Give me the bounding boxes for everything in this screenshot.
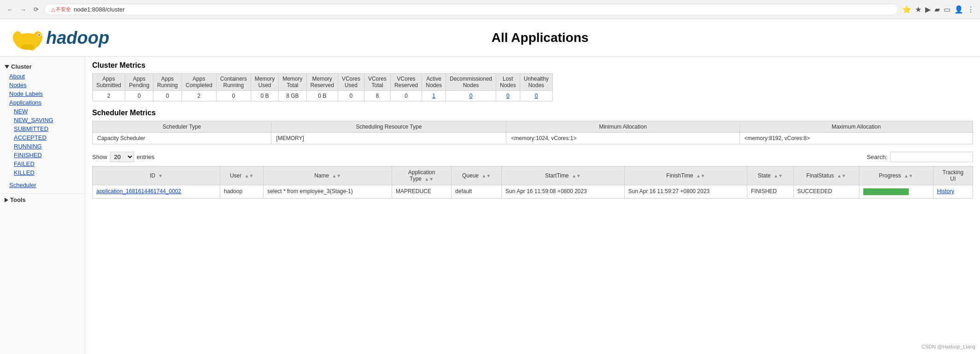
cell-progress (859, 185, 933, 199)
col-tracking-ui: TrackingUI (933, 166, 973, 185)
sort-name-icon: ▲▼ (332, 173, 341, 178)
cell-tracking-ui[interactable]: History (933, 185, 973, 199)
sidebar-sub-running[interactable]: RUNNING (0, 142, 85, 151)
reload-button[interactable]: ⟳ (31, 5, 41, 14)
bookmark-icon[interactable]: ★ (915, 5, 921, 14)
window-icon[interactable]: ▭ (944, 5, 951, 14)
active-nodes-link[interactable]: 1 (432, 93, 435, 99)
val-vcores-used: 0 (338, 91, 364, 101)
sort-user-icon: ▲▼ (245, 173, 254, 178)
forward-button[interactable]: → (18, 5, 28, 14)
col-vcores-total: VCoresTotal (364, 74, 390, 91)
col-state[interactable]: State ▲▼ (747, 166, 794, 185)
watermark: CSDN @Hadoop_Liang (921, 344, 975, 349)
profile-icon[interactable]: 👤 (954, 5, 963, 14)
sidebar-sub-submitted[interactable]: SUBMITTED (0, 124, 85, 133)
url-bar[interactable]: △ 不安全 node1:8088/cluster (44, 4, 898, 15)
app-id-link[interactable]: application_1681614461744_0002 (96, 188, 181, 195)
col-user[interactable]: User ▲▼ (220, 166, 264, 185)
val-unhealthy-nodes[interactable]: 0 (520, 91, 552, 101)
cluster-metrics-title: Cluster Metrics (92, 61, 973, 70)
col-apps-completed: AppsCompleted (182, 74, 216, 91)
col-progress[interactable]: Progress ▲▼ (859, 166, 933, 185)
sidebar-sub-new[interactable]: NEW (0, 107, 85, 116)
cell-id[interactable]: application_1681614461744_0002 (93, 185, 220, 199)
new-saving-link[interactable]: NEW_SAVING (14, 117, 53, 124)
cluster-collapse-icon[interactable] (5, 65, 9, 69)
val-apps-running: 0 (153, 91, 182, 101)
running-link[interactable]: RUNNING (14, 143, 42, 150)
entries-select[interactable]: 10 20 25 50 100 (110, 152, 134, 162)
about-link[interactable]: About (9, 73, 25, 80)
sidebar-sub-failed[interactable]: FAILED (0, 159, 85, 168)
sidebar-item-scheduler[interactable]: Scheduler (0, 181, 85, 189)
sidebar-sub-killed[interactable]: KILLED (0, 168, 85, 177)
val-active-nodes[interactable]: 1 (422, 91, 446, 101)
svg-point-5 (21, 44, 35, 50)
col-application-type[interactable]: ApplicationType ▲▼ (392, 166, 452, 185)
sort-queue-icon: ▲▼ (481, 173, 491, 178)
col-memory-used: MemoryUsed (251, 74, 278, 91)
val-scheduler-type: Capacity Scheduler (93, 133, 271, 144)
search-label: Search: (867, 153, 887, 160)
sidebar-item-about[interactable]: About (0, 72, 85, 81)
val-memory-total: 8 GB (279, 91, 306, 101)
tracking-ui-link[interactable]: History (937, 188, 954, 195)
scheduler-link[interactable]: Scheduler (9, 182, 36, 189)
tools-label: Tools (10, 196, 26, 203)
back-button[interactable]: ← (6, 5, 15, 14)
progress-bar-fill (863, 189, 909, 195)
scheduler-metrics-title: Scheduler Metrics (92, 109, 973, 117)
accepted-link[interactable]: ACCEPTED (14, 134, 47, 141)
new-link[interactable]: NEW (14, 108, 28, 115)
cast-icon[interactable]: ▶ (925, 5, 931, 14)
col-apps-pending: AppsPending (125, 74, 153, 91)
extensions-icon[interactable]: ▰ (934, 5, 940, 14)
security-indicator: △ 不安全 (51, 6, 71, 13)
val-lost-nodes[interactable]: 0 (496, 91, 520, 101)
val-apps-completed: 2 (182, 91, 216, 101)
failed-link[interactable]: FAILED (14, 160, 35, 167)
col-final-status[interactable]: FinalStatus ▲▼ (793, 166, 859, 185)
url-text: node1:8088/cluster (74, 6, 125, 13)
decommissioned-nodes-link[interactable]: 0 (469, 93, 473, 99)
val-decommissioned-nodes[interactable]: 0 (446, 91, 496, 101)
val-scheduling-resource-type: [MEMORY] (271, 133, 506, 144)
sidebar-item-nodes[interactable]: Nodes (0, 81, 85, 89)
applications-link[interactable]: Applications (9, 99, 41, 106)
sidebar-sub-new-saving[interactable]: NEW_SAVING (0, 116, 85, 124)
menu-icon[interactable]: ⋮ (967, 5, 974, 14)
sidebar-sub-accepted[interactable]: ACCEPTED (0, 133, 85, 142)
col-name[interactable]: Name ▲▼ (264, 166, 392, 185)
cell-queue: default (452, 185, 502, 199)
sidebar-sub-finished[interactable]: FINISHED (0, 151, 85, 159)
col-id[interactable]: ID ▼ (93, 166, 220, 185)
sidebar-item-applications[interactable]: Applications (0, 98, 85, 107)
sort-finishtime-icon: ▲▼ (696, 173, 705, 178)
col-vcores-used: VCoresUsed (338, 74, 364, 91)
sidebar-item-node-labels[interactable]: Node Labels (0, 89, 85, 98)
page-header: hadoop All Applications (0, 19, 980, 57)
tools-expand-icon[interactable] (5, 198, 8, 202)
cell-final-status: SUCCEEDED (793, 185, 859, 199)
val-memory-used: 0 B (251, 91, 278, 101)
search-input[interactable] (890, 152, 973, 162)
share-icon[interactable]: ⭐ (902, 5, 911, 14)
col-apps-submitted: AppsSubmitted (93, 74, 125, 91)
col-queue[interactable]: Queue ▲▼ (452, 166, 502, 185)
node-labels-link[interactable]: Node Labels (9, 90, 43, 97)
killed-link[interactable]: KILLED (14, 169, 35, 176)
lost-nodes-link[interactable]: 0 (506, 93, 510, 99)
col-finish-time[interactable]: FinishTime ▲▼ (624, 166, 747, 185)
val-containers-running: 0 (216, 91, 251, 101)
submitted-link[interactable]: SUBMITTED (14, 125, 48, 132)
unhealthy-nodes-link[interactable]: 0 (534, 93, 538, 99)
col-start-time[interactable]: StartTime ▲▼ (502, 166, 624, 185)
finished-link[interactable]: FINISHED (14, 152, 42, 159)
col-maximum-allocation: Maximum Allocation (739, 121, 973, 133)
cell-start-time: Sun Apr 16 11:59:08 +0800 2023 (502, 185, 624, 199)
cell-name: select * from employee_3(Stage-1) (264, 185, 392, 199)
col-decommissioned-nodes: DecommissionedNodes (446, 74, 496, 91)
val-vcores-total: 8 (364, 91, 390, 101)
nodes-link[interactable]: Nodes (9, 82, 27, 88)
